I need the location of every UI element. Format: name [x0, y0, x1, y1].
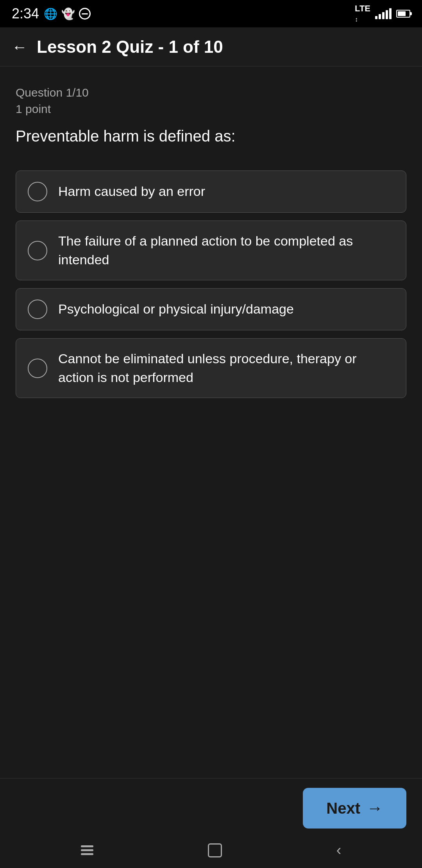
- next-label: Next: [326, 800, 360, 817]
- signal-bar-5: [389, 8, 392, 19]
- status-left: 2:34 🌐 👻: [12, 5, 91, 22]
- option-d[interactable]: Cannot be eliminated unless procedure, t…: [16, 338, 406, 398]
- next-arrow-icon: →: [367, 799, 383, 818]
- world-icon: 🌐: [44, 7, 57, 20]
- battery-fill: [398, 11, 406, 16]
- battery-icon: [396, 10, 410, 18]
- back-button[interactable]: ←: [12, 39, 27, 55]
- back-chevron-icon: ‹: [336, 842, 342, 858]
- signal-bars-icon: [375, 8, 392, 19]
- status-icons: 🌐 👻: [44, 7, 91, 20]
- option-c[interactable]: Psychological or physical injury/damage: [16, 288, 406, 330]
- dnd-icon: [79, 8, 91, 20]
- option-b[interactable]: The failure of a planned action to be co…: [16, 221, 406, 280]
- signal-bar-4: [386, 10, 388, 19]
- option-c-text: Psychological or physical injury/damage: [58, 300, 294, 319]
- radio-d: [28, 359, 47, 378]
- option-a-text: Harm caused by an error: [58, 182, 205, 201]
- radio-c: [28, 299, 47, 319]
- radio-a: [28, 182, 47, 201]
- radio-b: [28, 241, 47, 260]
- next-button-row: Next →: [0, 778, 422, 832]
- lte-indicator: LTE↕: [355, 4, 370, 24]
- question-text: Preventable harm is defined as:: [16, 125, 406, 147]
- recent-bar-3: [81, 853, 93, 855]
- nav-home-button[interactable]: [196, 843, 234, 857]
- android-navigation-bar: ‹: [0, 832, 422, 868]
- nav-back-button[interactable]: ‹: [325, 842, 353, 859]
- option-a[interactable]: Harm caused by an error: [16, 170, 406, 213]
- header: ← Lesson 2 Quiz - 1 of 10: [0, 27, 422, 66]
- recent-bar-2: [81, 849, 93, 851]
- options-container: Harm caused by an error The failure of a…: [16, 170, 406, 398]
- main-content: Question 1/10 1 point Preventable harm i…: [0, 66, 422, 410]
- signal-bar-1: [375, 16, 377, 19]
- snapchat-icon: 👻: [61, 7, 75, 20]
- option-b-text: The failure of a planned action to be co…: [58, 232, 394, 269]
- status-bar: 2:34 🌐 👻 LTE↕: [0, 0, 422, 27]
- nav-recent-button[interactable]: [69, 845, 105, 855]
- question-meta: Question 1/10: [16, 86, 406, 99]
- status-time: 2:34: [12, 5, 39, 22]
- signal-bar-2: [379, 14, 381, 19]
- recent-bar-1: [81, 845, 93, 847]
- recent-apps-icon: [81, 845, 93, 855]
- signal-bar-3: [382, 12, 384, 19]
- question-points: 1 point: [16, 102, 406, 116]
- next-button[interactable]: Next →: [303, 788, 406, 829]
- status-right: LTE↕: [355, 4, 410, 24]
- bottom-bar: Next → ‹: [0, 778, 422, 868]
- home-icon: [208, 843, 222, 857]
- header-title: Lesson 2 Quiz - 1 of 10: [37, 37, 223, 57]
- option-d-text: Cannot be eliminated unless procedure, t…: [58, 350, 394, 387]
